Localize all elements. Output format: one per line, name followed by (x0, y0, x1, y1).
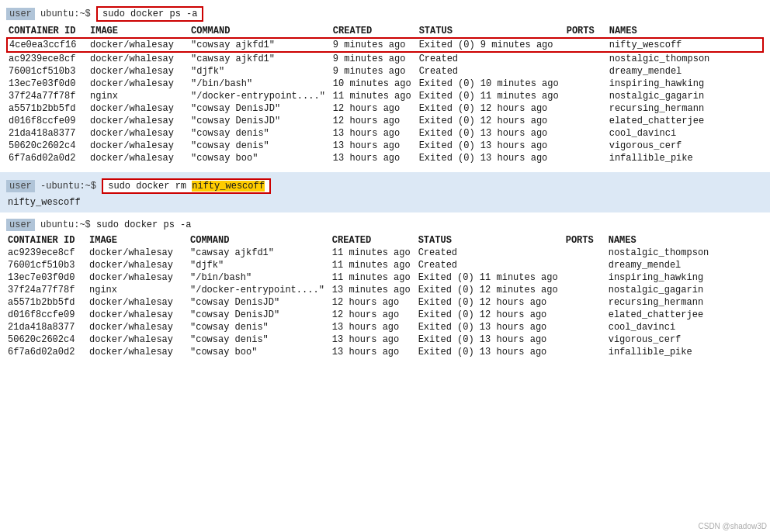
table-cell (564, 321, 607, 333)
table-cell: Exited (0) 11 minutes ago (418, 90, 565, 102)
docker-table-3: CONTAINER ID IMAGE COMMAND CREATED STATU… (6, 234, 764, 358)
table-cell: docker/whalesay (88, 115, 189, 127)
table-cell: docker/whalesay (88, 102, 189, 115)
table-cell: 12 hours ago (331, 102, 418, 115)
table-cell: 11 minutes ago (331, 90, 418, 102)
table-cell (564, 271, 607, 284)
table-cell: Exited (0) 13 hours ago (418, 140, 565, 152)
table-cell: 13ec7e03f0d0 (6, 271, 88, 284)
command-line-3: user ubuntu:~$ sudo docker ps -a (6, 216, 764, 233)
table-cell: elated_chatterjee (607, 309, 764, 321)
table-cell: docker/whalesay (88, 52, 189, 65)
table-cell (564, 259, 607, 271)
command-text-3: sudo docker ps -a (96, 219, 191, 230)
table-row: a5571b2bb5fddocker/whalesay"cowsay Denis… (7, 102, 763, 115)
table-cell: 13 hours ago (331, 333, 417, 346)
table-cell: Created (418, 52, 565, 65)
table-cell: "djfk" (189, 259, 331, 271)
table-cell: docker/whalesay (88, 271, 189, 284)
table-body-1: 4ce0ea3ccf16docker/whalesay"cowsay ajkfd… (7, 38, 763, 164)
table-container-3: CONTAINER ID IMAGE COMMAND CREATED STATU… (6, 233, 764, 363)
table-row: 76001cf510b3docker/whalesay"djfk"9 minut… (7, 65, 763, 78)
section1: user ubuntu:~$ sudo docker ps -a CONTAIN… (0, 0, 770, 172)
table-cell: Exited (0) 11 minutes ago (417, 271, 564, 284)
table-cell (564, 346, 607, 358)
table-row: d016f8ccfe09docker/whalesay"cowsay Denis… (6, 309, 764, 321)
th-names-1: NAMES (608, 25, 763, 38)
table-cell: Created (417, 247, 564, 259)
table-cell: 13 hours ago (331, 140, 418, 152)
th-command-3: COMMAND (189, 234, 331, 247)
th-ports-3: PORTS (564, 234, 607, 247)
table-cell: 12 hours ago (331, 115, 418, 127)
table-cell: a5571b2bb5fd (7, 102, 88, 115)
th-names-3: NAMES (607, 234, 764, 247)
table-cell: 13 hours ago (331, 321, 417, 333)
table-row: 50620c2602c4docker/whalesay"cowsay denis… (6, 333, 764, 346)
table-cell: cool_davinci (607, 321, 764, 333)
table-cell: 4ce0ea3ccf16 (7, 38, 88, 52)
table-cell: docker/whalesay (88, 321, 189, 333)
table-cell (565, 152, 608, 164)
table-cell: 6f7a6d02a0d2 (7, 152, 88, 164)
table-cell: 21da418a8377 (6, 321, 88, 333)
table-cell: nginx (88, 284, 189, 296)
table-cell: infallible_pike (607, 346, 764, 358)
table-cell: 76001cf510b3 (6, 259, 88, 271)
table-cell: "/docker-entrypoint...." (189, 284, 331, 296)
table-cell: "cowsay ajkfd1" (189, 38, 331, 52)
highlighted-name: nifty_wescoff (192, 181, 265, 192)
table-cell: ac9239ece8cf (6, 247, 88, 259)
table-row: 21da418a8377docker/whalesay"cowsay denis… (7, 127, 763, 140)
table-cell: Exited (0) 9 minutes ago (418, 38, 565, 52)
table-cell: 13 hours ago (331, 152, 418, 164)
table-cell: Exited (0) 13 hours ago (418, 127, 565, 140)
table-cell: 11 minutes ago (331, 247, 417, 259)
table-container-1: CONTAINER ID IMAGE COMMAND CREATED STATU… (6, 23, 764, 169)
table-cell: 11 minutes ago (331, 259, 417, 271)
table-cell: 13ec7e03f0d0 (7, 78, 88, 90)
table-cell: docker/whalesay (88, 296, 189, 309)
table-cell: d016f8ccfe09 (6, 309, 88, 321)
table-cell: 50620c2602c4 (7, 140, 88, 152)
table-cell (565, 115, 608, 127)
table-cell: "cowsay denis" (189, 333, 331, 346)
table-cell: 37f24a77f78f (7, 90, 88, 102)
table-cell (564, 333, 607, 346)
table-cell: Exited (0) 12 hours ago (417, 309, 564, 321)
table-cell: docker/whalesay (88, 65, 189, 78)
th-command-1: COMMAND (189, 25, 331, 38)
table-cell: elated_chatterjee (608, 115, 763, 127)
section3: user ubuntu:~$ sudo docker ps -a CONTAIN… (0, 212, 770, 366)
table-row: 13ec7e03f0d0docker/whalesay"/bin/bash"10… (7, 78, 763, 90)
table-row: 13ec7e03f0d0docker/whalesay"/bin/bash"11… (6, 271, 764, 284)
table-row: 21da418a8377docker/whalesay"cowsay denis… (6, 321, 764, 333)
table-cell: "cowsay DenisJD" (189, 309, 331, 321)
table-cell: nostalgic_gagarin (608, 90, 763, 102)
table-row: a5571b2bb5fddocker/whalesay"cowsay Denis… (6, 296, 764, 309)
table-row: 76001cf510b3docker/whalesay"djfk"11 minu… (6, 259, 764, 271)
table-cell: 9 minutes ago (331, 65, 418, 78)
table-cell: "djfk" (189, 65, 331, 78)
table-cell: "cowsay boo" (189, 152, 331, 164)
table-cell: 37f24a77f78f (6, 284, 88, 296)
table-cell (564, 284, 607, 296)
table-row: 4ce0ea3ccf16docker/whalesay"cowsay ajkfd… (7, 38, 763, 52)
table-cell: dreamy_mendel (607, 259, 764, 271)
table-cell: "cowsay denis" (189, 321, 331, 333)
table-cell (565, 65, 608, 78)
table-cell: 13 hours ago (331, 346, 417, 358)
table-cell: "/bin/bash" (189, 271, 331, 284)
prompt-user-2: user (6, 180, 35, 192)
table-cell: nginx (88, 90, 189, 102)
table-cell: 9 minutes ago (331, 38, 418, 52)
th-status-1: STATUS (418, 25, 565, 38)
table-cell: "cowsay denis" (189, 140, 331, 152)
table-cell: nifty_wescoff (608, 38, 763, 52)
table-cell: nostalgic_thompson (607, 247, 764, 259)
table-row: 6f7a6d02a0d2docker/whalesay"cowsay boo"1… (6, 346, 764, 358)
table-cell: "/bin/bash" (189, 78, 331, 90)
th-created-3: CREATED (331, 234, 417, 247)
command-box-2: sudo docker rm nifty_wescoff (102, 178, 271, 194)
th-status-3: STATUS (417, 234, 564, 247)
